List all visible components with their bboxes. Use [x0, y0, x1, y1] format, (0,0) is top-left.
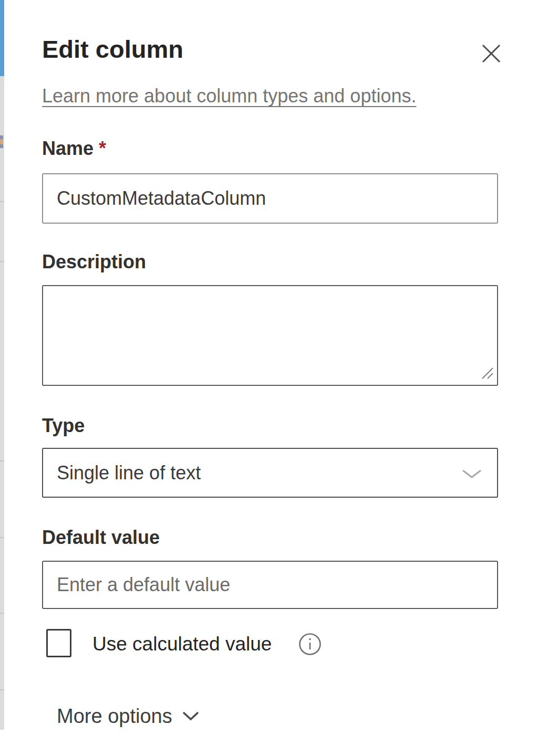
type-label: Type — [42, 415, 85, 437]
more-options-label: More options — [57, 705, 172, 728]
resize-handle-icon[interactable] — [480, 366, 494, 380]
chevron-down-icon — [461, 469, 482, 481]
background-avatar-fragment — [0, 135, 3, 148]
use-calculated-row: Use calculated value — [42, 628, 336, 659]
required-asterisk: * — [99, 138, 106, 159]
more-options-button[interactable]: More options — [57, 702, 200, 730]
description-textarea[interactable] — [42, 285, 498, 386]
close-icon — [481, 43, 502, 64]
page-title: Edit column — [42, 35, 183, 64]
row-divider — [0, 689, 4, 690]
use-calculated-label: Use calculated value — [92, 633, 272, 655]
row-divider — [0, 261, 4, 262]
type-dropdown[interactable]: Single line of text — [42, 448, 498, 498]
learn-more-link[interactable]: Learn more about column types and option… — [42, 85, 416, 107]
description-label: Description — [42, 251, 146, 273]
default-value-label: Default value — [42, 527, 160, 549]
info-icon — [298, 632, 322, 656]
row-divider — [0, 460, 4, 461]
row-divider — [0, 537, 4, 538]
name-input[interactable] — [42, 173, 498, 224]
background-page-edge — [0, 76, 4, 730]
use-calculated-checkbox[interactable] — [46, 629, 71, 657]
row-divider — [0, 613, 4, 614]
info-button[interactable] — [298, 632, 322, 656]
row-divider — [0, 201, 4, 202]
type-dropdown-value: Single line of text — [57, 462, 201, 484]
edit-column-panel: Edit column Learn more about column type… — [4, 0, 538, 756]
default-value-input[interactable] — [42, 561, 498, 609]
close-button[interactable] — [478, 40, 505, 67]
name-label: Name * — [42, 138, 106, 160]
chevron-down-icon — [182, 710, 200, 722]
